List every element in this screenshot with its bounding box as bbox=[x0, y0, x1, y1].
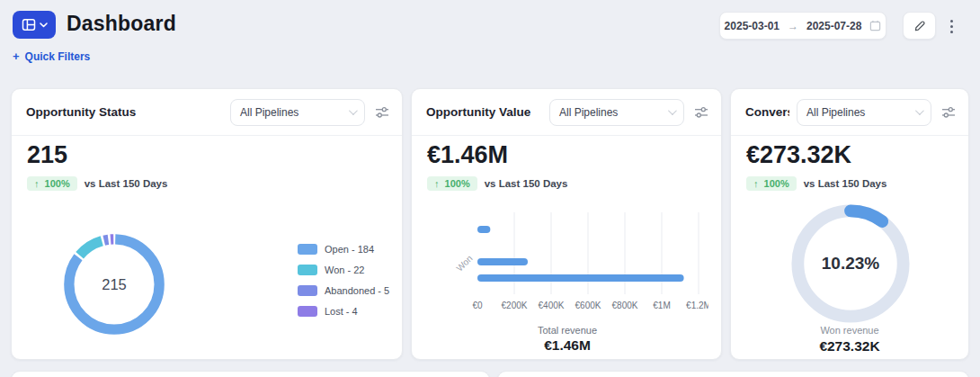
chevron-down-icon bbox=[915, 106, 924, 115]
delta-badge: ↑ 100% bbox=[27, 176, 77, 191]
conversion-gauge-chart: 10.23% bbox=[788, 202, 913, 326]
card-header: Convers All Pipelines bbox=[731, 89, 968, 136]
edit-dashboard-button[interactable] bbox=[903, 12, 936, 40]
chart-caption: Won revenue bbox=[731, 325, 968, 336]
opportunity-value-card: Opportunity Value All Pipelines €1.46M ↑… bbox=[411, 88, 722, 360]
comparison-label: vs Last 150 Days bbox=[485, 178, 568, 189]
comparison-label: vs Last 150 Days bbox=[85, 178, 168, 189]
card-header: Opportunity Status All Pipelines bbox=[12, 89, 402, 136]
card-title: Convers bbox=[745, 105, 789, 119]
arrow-right-icon: → bbox=[788, 20, 798, 32]
legend-item[interactable]: Abandoned - 5 bbox=[298, 285, 389, 296]
card-header: Opportunity Value All Pipelines bbox=[412, 89, 721, 136]
legend-label: Abandoned - 5 bbox=[325, 285, 389, 296]
legend-item[interactable]: Won - 22 bbox=[298, 265, 389, 275]
svg-text:€1M: €1M bbox=[653, 301, 670, 310]
quick-filters-toggle[interactable]: + Quick Filters bbox=[13, 49, 90, 63]
svg-text:Won: Won bbox=[454, 253, 474, 273]
chevron-down-icon bbox=[40, 22, 48, 28]
card-title: Opportunity Status bbox=[26, 105, 223, 119]
legend-label: Won - 22 bbox=[325, 265, 364, 275]
quick-filters-label: Quick Filters bbox=[25, 50, 91, 63]
layout-grid-icon bbox=[22, 18, 37, 31]
pipeline-select[interactable]: All Pipelines bbox=[549, 99, 684, 126]
metric-value: €1.46M bbox=[427, 141, 508, 169]
revenue-bar-chart: €0€200K€400K€600K€800K€1M€1.2MWon bbox=[426, 208, 708, 323]
chevron-down-icon bbox=[668, 106, 677, 115]
gauge-center-label: 10.23% bbox=[788, 202, 913, 326]
partial-card bbox=[11, 371, 490, 377]
svg-text:€800K: €800K bbox=[612, 301, 638, 310]
chart-caption: Total revenue bbox=[426, 325, 708, 336]
metric-value: 215 bbox=[27, 141, 67, 169]
more-options-menu[interactable] bbox=[945, 13, 958, 39]
conversion-card: Convers All Pipelines €273.32K ↑ 100% vs… bbox=[730, 88, 969, 360]
legend-swatch bbox=[298, 306, 317, 317]
filter-settings-icon[interactable] bbox=[694, 105, 708, 120]
legend-label: Open - 184 bbox=[325, 244, 374, 255]
metric-value: €273.32K bbox=[746, 141, 851, 169]
legend-item[interactable]: Lost - 4 bbox=[298, 306, 389, 317]
legend-label: Lost - 4 bbox=[325, 306, 358, 317]
svg-text:€200K: €200K bbox=[502, 301, 528, 310]
comparison-label: vs Last 150 Days bbox=[804, 178, 887, 189]
donut-legend: Open - 184Won - 22Abandoned - 5Lost - 4 bbox=[298, 244, 389, 317]
delta-badge: ↑ 100% bbox=[427, 176, 477, 191]
dashboard-layout-button[interactable] bbox=[13, 11, 56, 39]
page-title: Dashboard bbox=[67, 12, 176, 36]
donut-center-label: 215 bbox=[61, 231, 167, 337]
pipeline-select-value: All Pipelines bbox=[806, 106, 865, 119]
pipeline-select[interactable]: All Pipelines bbox=[797, 99, 931, 126]
svg-text:€400K: €400K bbox=[539, 301, 565, 310]
delta-badge: ↑ 100% bbox=[746, 176, 797, 191]
date-range-end[interactable]: 2025-07-28 bbox=[806, 20, 861, 32]
filter-settings-icon[interactable] bbox=[941, 105, 956, 120]
filter-settings-icon[interactable] bbox=[375, 105, 389, 120]
svg-text:€600K: €600K bbox=[575, 301, 601, 310]
date-range-picker[interactable]: 2025-03-01 → 2025-07-28 bbox=[719, 12, 886, 40]
pencil-icon bbox=[913, 20, 926, 32]
partial-card bbox=[497, 371, 969, 377]
status-donut-chart: 215 bbox=[61, 231, 167, 337]
chart-caption-value: €1.46M bbox=[426, 337, 708, 354]
pipeline-select-value: All Pipelines bbox=[559, 106, 618, 119]
chart-caption-value: €273.32K bbox=[731, 338, 968, 355]
opportunity-status-card: Opportunity Status All Pipelines 215 ↑ 1… bbox=[11, 88, 403, 360]
card-title: Opportunity Value bbox=[426, 105, 542, 119]
chevron-down-icon bbox=[349, 106, 358, 115]
legend-swatch bbox=[298, 265, 317, 275]
svg-text:€1.2M: €1.2M bbox=[686, 301, 708, 310]
pipeline-select-value: All Pipelines bbox=[240, 106, 298, 119]
calendar-icon bbox=[869, 20, 881, 31]
date-range-start[interactable]: 2025-03-01 bbox=[725, 20, 780, 32]
legend-item[interactable]: Open - 184 bbox=[298, 244, 389, 255]
legend-swatch bbox=[298, 244, 317, 255]
svg-text:€0: €0 bbox=[472, 301, 483, 310]
legend-swatch bbox=[298, 285, 317, 296]
plus-icon: + bbox=[13, 49, 20, 63]
pipeline-select[interactable]: All Pipelines bbox=[230, 99, 365, 126]
